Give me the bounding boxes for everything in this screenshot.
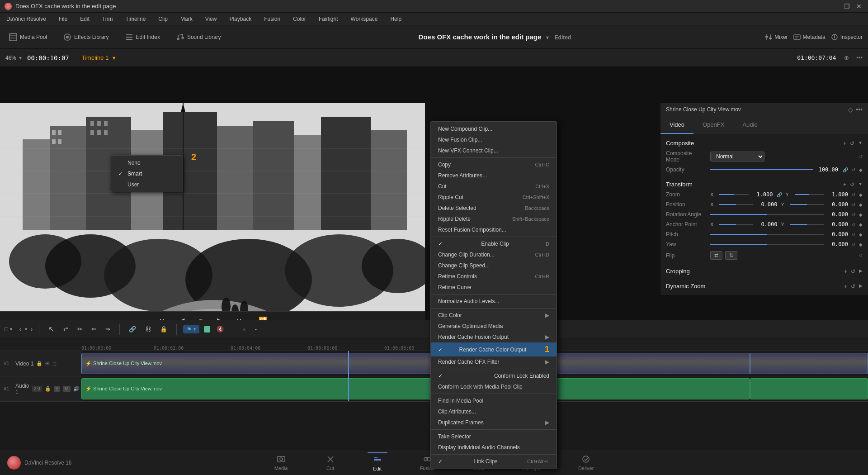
pitch-reset[interactable]: ↺ xyxy=(852,232,855,237)
lock-tool[interactable]: 🔒 xyxy=(157,324,170,334)
dynamic-zoom-add-icon[interactable]: + xyxy=(844,283,847,290)
transform-add-icon[interactable]: + xyxy=(843,181,846,188)
ctx-render-cache-color[interactable]: ✓ Render Cache Color Output 1 xyxy=(431,342,557,356)
ctx-take-selector[interactable]: Take Selector xyxy=(431,431,557,442)
track-v1-eye-icon[interactable]: 👁 xyxy=(45,361,50,366)
menu-playback[interactable]: Playback xyxy=(226,15,254,23)
flip-v-button[interactable]: ⇅ xyxy=(725,251,737,260)
video-clip-2[interactable] xyxy=(750,353,868,374)
zoom-y-slider[interactable] xyxy=(795,194,824,195)
position-diamond[interactable]: ◆ xyxy=(859,202,863,207)
ctx-ripple-delete[interactable]: Ripple Delete Shift+Backspace xyxy=(431,214,557,224)
menu-trim[interactable]: Trim xyxy=(99,15,116,23)
menu-clip[interactable]: Clip xyxy=(156,15,170,23)
composite-add-icon[interactable]: + xyxy=(843,140,846,147)
composite-collapse-icon[interactable]: ▼ xyxy=(858,140,863,147)
nav-deliver[interactable]: Deliver xyxy=(573,453,599,473)
opacity-slider[interactable] xyxy=(710,169,813,170)
slip-tool[interactable]: ⇐ xyxy=(89,324,99,334)
dynamic-zoom-section-header[interactable]: Dynamic Zoom + ↺ ▶ xyxy=(666,281,863,291)
anchor-reset[interactable]: ↺ xyxy=(852,222,855,227)
composite-reset-icon[interactable]: ↺ xyxy=(850,140,854,147)
composite-mode-dropdown[interactable]: Normal xyxy=(710,152,764,162)
anchor-diamond[interactable]: ◆ xyxy=(859,222,863,227)
menu-mark[interactable]: Mark xyxy=(178,15,195,23)
cropping-add-icon[interactable]: + xyxy=(844,268,847,275)
rotation-diamond[interactable]: ◆ xyxy=(859,212,863,217)
audio-mute-tool[interactable]: 🔇 xyxy=(214,324,226,334)
track-a1-s-icon[interactable]: S xyxy=(54,386,61,392)
menu-color[interactable]: Color xyxy=(290,15,309,23)
inspector-dots-icon[interactable]: ••• xyxy=(856,106,863,113)
link-tool[interactable]: ⛓ xyxy=(142,324,154,334)
composite-mode-reset[interactable]: ↺ xyxy=(859,154,863,159)
position-reset[interactable]: ↺ xyxy=(852,202,855,207)
render-cache-none[interactable]: None xyxy=(111,157,183,168)
media-pool-button[interactable]: Media Pool xyxy=(5,31,51,43)
ctx-find-media-pool[interactable]: Find In Media Pool xyxy=(431,395,557,406)
ctx-render-cache-fusion[interactable]: Render Cache Fusion Output ▶ xyxy=(431,332,557,342)
opacity-link[interactable]: 🔗 xyxy=(843,167,848,172)
dynamic-zoom-collapse-icon[interactable]: ▶ xyxy=(859,283,863,290)
zoom-x-slider[interactable] xyxy=(719,194,749,195)
ctx-cut[interactable]: Cut Ctrl+X xyxy=(431,181,557,192)
nav-media[interactable]: Media xyxy=(269,453,293,473)
razor-tool[interactable]: ✂ xyxy=(75,324,85,334)
anchor-y-slider[interactable] xyxy=(790,224,824,225)
ctx-copy[interactable]: Copy Ctrl+C xyxy=(431,159,557,170)
nav-edit[interactable]: Edit xyxy=(368,452,387,473)
slide-tool[interactable]: ⇒ xyxy=(103,324,113,334)
pitch-slider[interactable] xyxy=(710,234,824,235)
viewer-nav-dot[interactable]: • xyxy=(25,326,27,332)
yaw-reset[interactable]: ↺ xyxy=(852,242,855,247)
ctx-new-vfx-connect[interactable]: New VFX Connect Clip... xyxy=(431,145,557,156)
ctx-generate-optimized[interactable]: Generate Optimized Media xyxy=(431,321,557,332)
menu-help[interactable]: Help xyxy=(387,15,404,23)
zoom-out-tool[interactable]: - xyxy=(252,324,259,334)
zoom-reset[interactable]: ↺ xyxy=(852,192,855,197)
zoom-diamond[interactable]: ◆ xyxy=(859,192,863,197)
flip-reset[interactable]: ↺ xyxy=(859,253,863,258)
trim-tool[interactable]: ⇄ xyxy=(61,324,71,334)
ctx-clip-color[interactable]: Clip Color ▶ xyxy=(431,310,557,321)
metadata-button[interactable]: Metadata xyxy=(793,33,826,41)
ctx-conform-lock-media-pool[interactable]: Conform Lock with Media Pool Clip xyxy=(431,381,557,392)
render-cache-smart[interactable]: ✓ Smart xyxy=(111,168,183,179)
ctx-delete-selected[interactable]: Delete Selected Backspace xyxy=(431,203,557,214)
ctx-clip-attributes[interactable]: Clip Attributes... xyxy=(431,406,557,417)
snap-tool[interactable]: 🔗 xyxy=(126,324,139,334)
position-y-slider[interactable] xyxy=(790,204,824,205)
tab-audio[interactable]: Audio xyxy=(733,116,766,134)
sound-library-button[interactable]: Sound Library xyxy=(173,31,225,43)
zoom-in-tool[interactable]: + xyxy=(240,324,249,334)
viewer-nav-prev[interactable]: ‹ xyxy=(19,326,21,332)
rotation-slider[interactable] xyxy=(710,214,824,215)
titlebar-controls[interactable]: — ❐ ✕ xyxy=(830,3,863,10)
opacity-reset[interactable]: ↺ xyxy=(852,167,855,172)
menu-davinci[interactable]: DaVinci Resolve xyxy=(4,15,49,23)
transform-section-header[interactable]: Transform + ↺ ▼ xyxy=(666,179,863,190)
viewer-mode-icon[interactable]: □ xyxy=(5,326,8,332)
inspector-expand-icon[interactable]: ◇ xyxy=(848,106,853,113)
ctx-ripple-cut[interactable]: Ripple Cut Ctrl+Shift+X xyxy=(431,192,557,203)
inspector-button[interactable]: Inspector xyxy=(831,33,863,41)
ctx-render-cache-ofx[interactable]: Render Cache OFX Filter ▶ xyxy=(431,356,557,367)
flip-h-button[interactable]: ⇄ xyxy=(710,251,722,260)
anchor-x-slider[interactable] xyxy=(719,224,753,225)
track-v1-video-icon[interactable]: □ xyxy=(53,361,56,366)
maximize-button[interactable]: ❐ xyxy=(842,3,852,10)
menu-view[interactable]: View xyxy=(203,15,220,23)
ctx-reset-fusion[interactable]: Reset Fusion Composition... xyxy=(431,224,557,235)
ctx-display-individual-audio[interactable]: Display Individual Audio Channels xyxy=(431,442,557,453)
color-swatch-green[interactable] xyxy=(204,326,210,332)
ctx-new-fusion-clip[interactable]: New Fusion Clip... xyxy=(431,134,557,145)
ctx-normalize-audio[interactable]: Normalize Audio Levels... xyxy=(431,296,557,307)
ctx-new-compound-clip[interactable]: New Compound Clip... xyxy=(431,124,557,134)
tab-video[interactable]: Video xyxy=(660,116,693,134)
menu-fusion[interactable]: Fusion xyxy=(261,15,283,23)
zoom-link[interactable]: 🔗 xyxy=(777,192,782,197)
ctx-change-clip-speed[interactable]: Change Clip Speed... xyxy=(431,260,557,271)
menu-workspace[interactable]: Workspace xyxy=(348,15,381,23)
audio-clip-2[interactable] xyxy=(750,378,868,399)
menu-file[interactable]: File xyxy=(56,15,70,23)
